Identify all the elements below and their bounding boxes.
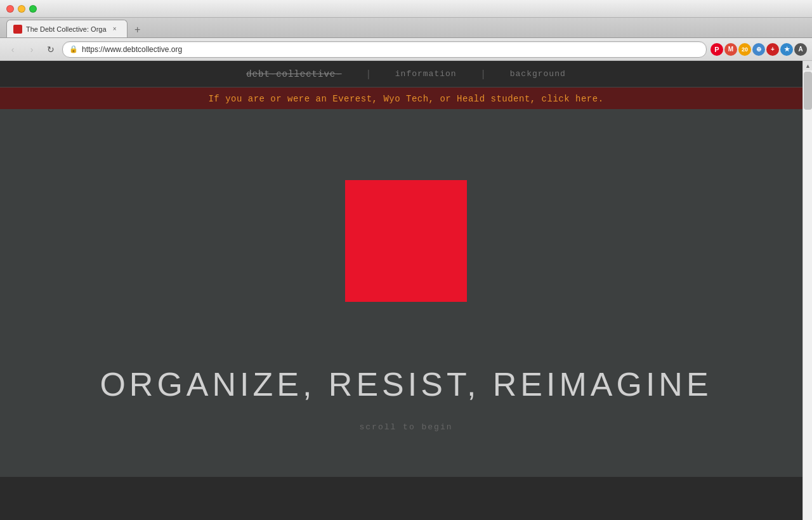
scrollbar-up-arrow[interactable]: ▲ xyxy=(803,61,812,70)
ext-gmail[interactable]: M xyxy=(724,43,737,56)
site-nav: debt-collective- | information | backgro… xyxy=(0,61,812,88)
hero-section: ORGANIZE, RESIST, REIMAGINE scroll to be… xyxy=(0,109,812,477)
browser-tab-active[interactable]: The Debt Collective: Orga × xyxy=(6,20,128,37)
ext-3[interactable]: + xyxy=(766,43,779,56)
ext-adblock[interactable]: 20 xyxy=(738,43,751,56)
scrollbar[interactable]: ▲ xyxy=(802,61,812,520)
ext-2[interactable]: ⊕ xyxy=(752,43,765,56)
announcement-bar[interactable]: If you are or were an Everest, Wyo Tech,… xyxy=(0,88,812,109)
nav-separator-1: | xyxy=(367,68,370,80)
nav-item-information[interactable]: information xyxy=(395,69,457,79)
forward-button[interactable]: › xyxy=(24,42,39,57)
tab-bar: The Debt Collective: Orga × + xyxy=(0,18,812,38)
maximize-window-button[interactable] xyxy=(29,5,37,13)
close-window-button[interactable] xyxy=(6,5,14,13)
new-tab-button[interactable]: + xyxy=(130,22,145,37)
ext-5[interactable]: A xyxy=(794,43,807,56)
tab-favicon xyxy=(13,25,22,34)
red-square-logo xyxy=(345,180,467,302)
browser-extensions: P M 20 ⊕ + ★ A xyxy=(710,43,807,56)
nav-logo[interactable]: debt-collective- xyxy=(246,69,341,79)
traffic-lights xyxy=(6,5,37,13)
reload-button[interactable]: ↻ xyxy=(43,42,58,57)
minimize-window-button[interactable] xyxy=(18,5,25,13)
browser-toolbar: ‹ › ↻ 🔒 https://www.debtcollective.org P… xyxy=(0,38,812,61)
ext-pinterest[interactable]: P xyxy=(710,43,723,56)
hero-title: ORGANIZE, RESIST, REIMAGINE xyxy=(100,365,712,403)
nav-item-background[interactable]: background xyxy=(510,69,566,79)
lock-icon: 🔒 xyxy=(69,45,78,53)
announcement-text: If you are or were an Everest, Wyo Tech,… xyxy=(208,94,603,104)
browser-titlebar xyxy=(0,0,812,18)
scroll-hint: scroll to begin xyxy=(359,422,452,432)
tab-close-button[interactable]: × xyxy=(110,25,119,34)
website-content: debt-collective- | information | backgro… xyxy=(0,61,812,477)
ext-4[interactable]: ★ xyxy=(780,43,793,56)
tab-title: The Debt Collective: Orga xyxy=(26,25,107,33)
browser-chrome: The Debt Collective: Orga × + ‹ › ↻ 🔒 ht… xyxy=(0,0,812,61)
address-bar[interactable]: 🔒 https://www.debtcollective.org xyxy=(62,41,707,58)
scrollbar-thumb[interactable] xyxy=(804,72,812,110)
back-button[interactable]: ‹ xyxy=(5,42,20,57)
address-text: https://www.debtcollective.org xyxy=(82,45,700,54)
nav-separator-2: | xyxy=(482,68,485,80)
